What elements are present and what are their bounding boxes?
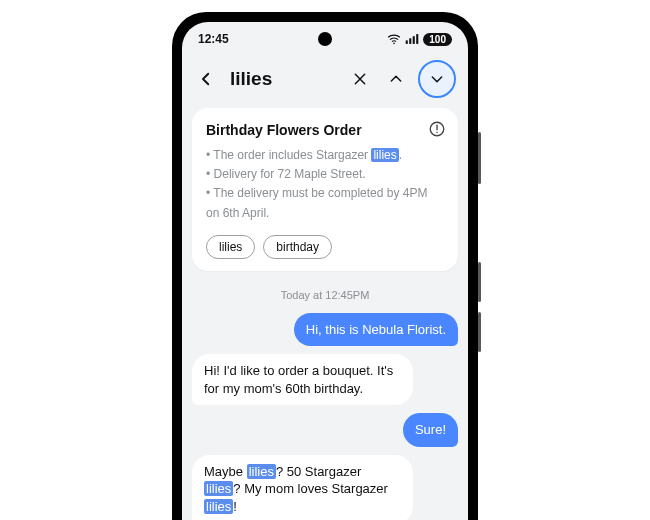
chat-thread[interactable]: Today at 12:45PM Hi, this is Nebula Flor… [182, 279, 468, 520]
svg-rect-3 [413, 36, 415, 44]
tag-lilies[interactable]: lilies [206, 235, 255, 259]
svg-rect-2 [410, 38, 412, 44]
volume-up-button [478, 262, 481, 302]
svg-point-0 [394, 43, 396, 45]
back-button[interactable] [192, 65, 220, 93]
side-button [478, 132, 481, 184]
summary-bullet-3: The delivery must be completed by 4PM on… [206, 184, 444, 222]
message-row-outgoing: Sure! [192, 413, 458, 447]
svg-point-9 [436, 132, 438, 134]
signal-icon [405, 33, 419, 45]
message-bubble[interactable]: Sure! [403, 413, 458, 447]
tag-birthday[interactable]: birthday [263, 235, 332, 259]
phone-frame: 12:45 [172, 12, 478, 520]
message-bubble[interactable]: Hi! I'd like to order a bouquet. It's fo… [192, 354, 413, 405]
summary-title: Birthday Flowers Order [206, 122, 444, 138]
summary-bullets: The order includes Stargazer lilies. Del… [206, 146, 444, 223]
svg-rect-1 [406, 40, 408, 44]
highlighted-term: lilies [247, 464, 276, 479]
message-row-outgoing: Hi, this is Nebula Florist. [192, 313, 458, 347]
clear-search-button[interactable] [346, 65, 374, 93]
wifi-icon [387, 33, 401, 45]
message-bubble[interactable]: Maybe lilies? 50 Stargazer lilies? My mo… [192, 455, 413, 520]
message-row-incoming: Maybe lilies? 50 Stargazer lilies? My mo… [192, 455, 458, 520]
next-result-button[interactable] [418, 60, 456, 98]
tag-row: lilies birthday [206, 235, 444, 259]
highlighted-term: lilies [204, 481, 233, 496]
message-bubble[interactable]: Hi, this is Nebula Florist. [294, 313, 458, 347]
status-time: 12:45 [198, 32, 229, 46]
highlighted-term: lilies [204, 499, 233, 514]
search-term[interactable]: lilies [228, 68, 338, 90]
summary-bullet-2: Delivery for 72 Maple Street. [206, 165, 444, 184]
prev-result-button[interactable] [382, 65, 410, 93]
volume-down-button [478, 312, 481, 352]
date-stamp: Today at 12:45PM [192, 289, 458, 301]
info-icon[interactable] [428, 120, 446, 138]
search-header: lilies [182, 52, 468, 108]
screen: 12:45 [182, 22, 468, 520]
message-row-incoming: Hi! I'd like to order a bouquet. It's fo… [192, 354, 458, 405]
summary-card[interactable]: Birthday Flowers Order The order include… [192, 108, 458, 271]
front-camera [318, 32, 332, 46]
svg-rect-4 [417, 34, 419, 44]
battery-indicator: 100 [423, 33, 452, 46]
summary-bullet-1: The order includes Stargazer lilies. [206, 146, 444, 165]
highlighted-term: lilies [371, 148, 398, 162]
